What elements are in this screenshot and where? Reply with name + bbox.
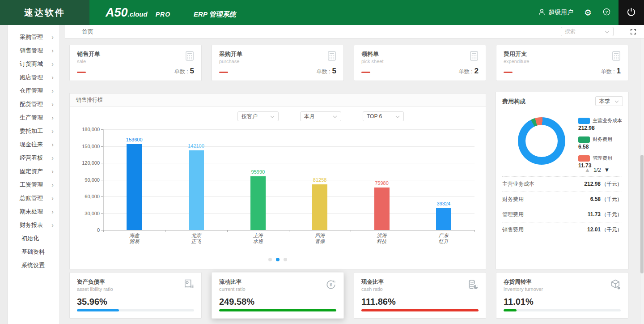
ratio-card: 流动比率current ratio¥249.58% — [212, 272, 344, 319]
sidebar-item[interactable]: 基础资料 — [8, 245, 59, 259]
stat-card-subtitle: expenditure — [504, 59, 621, 64]
sidebar-item[interactable]: 工资管理› — [8, 178, 59, 192]
stat-card[interactable]: 领料单pick sheet单数 :2 — [354, 45, 486, 81]
sidebar-item[interactable]: 期末处理› — [8, 205, 59, 218]
sidebar-item[interactable]: 现金往来› — [8, 138, 59, 151]
calculator-icon — [610, 50, 622, 64]
expense-row: 主营业务成本212.98（千元） — [502, 176, 622, 192]
x-tick — [289, 230, 289, 232]
stat-card[interactable]: 销售开单sale单数 :5 — [69, 45, 202, 81]
sidebar-item-label: 系统设置 — [21, 261, 45, 269]
chevron-down-icon — [333, 113, 337, 119]
sidebar-item[interactable]: 经营看板› — [8, 151, 59, 165]
sidebar-item[interactable]: 总账管理› — [8, 192, 59, 205]
sidebar-item[interactable]: 财务报表› — [8, 218, 59, 232]
x-tick — [165, 230, 165, 232]
donut-hole — [525, 125, 558, 157]
chevron-down-icon — [270, 113, 275, 119]
sidebar-item[interactable]: 系统设置 — [8, 259, 59, 272]
sidebar-item-label: 经营看板 — [20, 154, 43, 162]
sidebar-item-label: 总账管理 — [20, 194, 43, 202]
donut-chart — [518, 117, 565, 165]
sidebar-item[interactable]: 仓库管理› — [8, 84, 59, 98]
expense-value: 6.58 — [590, 196, 601, 202]
x-category-label: 北京正飞 — [176, 233, 216, 244]
stat-card[interactable]: 采购开单purchase单数 :5 — [212, 45, 344, 81]
sidebar: 采购管理›销售管理›订货商城›跑店管理›仓库管理›配货管理›生产管理›委托加工›… — [8, 25, 59, 324]
x-tick — [103, 230, 104, 232]
sidebar-item-label: 销售管理 — [20, 47, 43, 55]
accent-dash — [504, 72, 513, 73]
sidebar-item[interactable]: 订货商城› — [8, 57, 59, 71]
calculator-icon — [468, 50, 480, 64]
sidebar-item-label: 基础资料 — [21, 248, 45, 256]
search-input[interactable]: 搜索 — [561, 27, 614, 36]
product-suffix: .cloud — [128, 10, 148, 18]
erp-dashboard: 速达软件 A50.cloud PRO ERP 管理系统 超级用户 ⚙ ? 采购管… — [0, 0, 644, 324]
carousel-dot[interactable] — [276, 258, 280, 261]
chevron-down-icon — [605, 29, 610, 35]
count: 单数 :5 — [174, 67, 194, 76]
current-user[interactable]: 超级用户 — [538, 8, 573, 17]
sidebar-menu: 采购管理›销售管理›订货商城›跑店管理›仓库管理›配货管理›生产管理›委托加工›… — [8, 30, 59, 272]
count: 单数 :5 — [317, 67, 336, 76]
sidebar-item-label: 仓库管理 — [20, 87, 43, 95]
settings-gear-icon[interactable]: ⚙ — [584, 9, 592, 17]
ratio-value: 11.01% — [504, 297, 621, 307]
sidebar-item[interactable]: 生产管理› — [8, 111, 59, 124]
bar — [250, 176, 266, 230]
filter-dimension-select[interactable]: 按客户 — [237, 111, 279, 121]
user-icon — [538, 8, 546, 17]
pager-up-icon[interactable]: ▲ — [585, 166, 590, 173]
sidebar-item[interactable]: 初始化 — [8, 232, 59, 245]
chevron-right-icon: › — [51, 34, 54, 40]
sidebar-scroll-track — [0, 25, 8, 324]
sidebar-item[interactable]: 配货管理› — [8, 98, 59, 111]
sidebar-item[interactable]: 采购管理› — [8, 30, 59, 44]
bar-value-label: 142100 — [176, 143, 216, 149]
header-actions: 超级用户 ⚙ ? — [538, 0, 611, 25]
ratio-card-row: 资产负债率asset libility ratio35.96%流动比率curre… — [69, 272, 628, 319]
sidebar-item[interactable]: 固定资产› — [8, 165, 59, 178]
help-icon[interactable]: ? — [602, 8, 611, 18]
carousel-dot[interactable] — [284, 258, 287, 261]
chevron-right-icon: › — [51, 88, 54, 94]
count-label: 单数 : — [601, 68, 615, 76]
sidebar-item[interactable]: 委托加工› — [8, 124, 59, 138]
filter-period-select[interactable]: 本月 — [300, 111, 341, 121]
stat-card-subtitle: purchase — [219, 59, 336, 64]
filter-top-select[interactable]: TOP 6 — [363, 111, 404, 121]
refresh-icon: ¥ — [325, 278, 337, 293]
ratio-card-subtitle: current ratio — [219, 286, 336, 292]
expense-row: 销售费用12.01（千元） — [502, 222, 622, 237]
count-label: 单数 : — [459, 68, 473, 76]
select-value: 本季 — [599, 98, 610, 105]
legend-item[interactable]: 财务费用6.58 — [578, 136, 622, 150]
chevron-right-icon: › — [51, 222, 54, 228]
stat-card[interactable]: 费用开支expenditure单数 :1 — [496, 45, 628, 81]
tab-bar: 首页 搜索 — [65, 25, 644, 38]
fullscreen-icon[interactable] — [630, 28, 637, 35]
y-axis-label: 150,000 — [73, 144, 100, 149]
expense-period-select[interactable]: 本季 — [595, 96, 623, 106]
sidebar-item[interactable]: 跑店管理› — [8, 71, 59, 84]
ratio-card-title: 现金比率 — [361, 278, 479, 286]
gridline — [103, 213, 475, 214]
carousel-dot[interactable] — [268, 258, 272, 261]
logout-power-button[interactable] — [619, 0, 644, 25]
expense-unit: （千元） — [602, 181, 622, 187]
tab-home[interactable]: 首页 — [78, 25, 97, 38]
carousel-dots — [268, 258, 287, 261]
accent-dash — [77, 72, 86, 73]
count: 单数 :1 — [601, 67, 621, 76]
sidebar-item-label: 生产管理 — [20, 114, 43, 122]
pager-page: 1/2 — [593, 167, 601, 173]
system-name: ERP 管理系统 — [194, 10, 236, 19]
gridline — [103, 180, 475, 180]
pager-down-icon[interactable]: ▼ — [604, 166, 610, 173]
sidebar-item[interactable]: 销售管理› — [8, 44, 59, 57]
chevron-down-icon — [614, 98, 619, 104]
product-badge: PRO — [156, 11, 170, 18]
scrollbar-thumb[interactable] — [640, 155, 644, 273]
legend-item[interactable]: 主营业务成本212.98 — [578, 117, 622, 131]
